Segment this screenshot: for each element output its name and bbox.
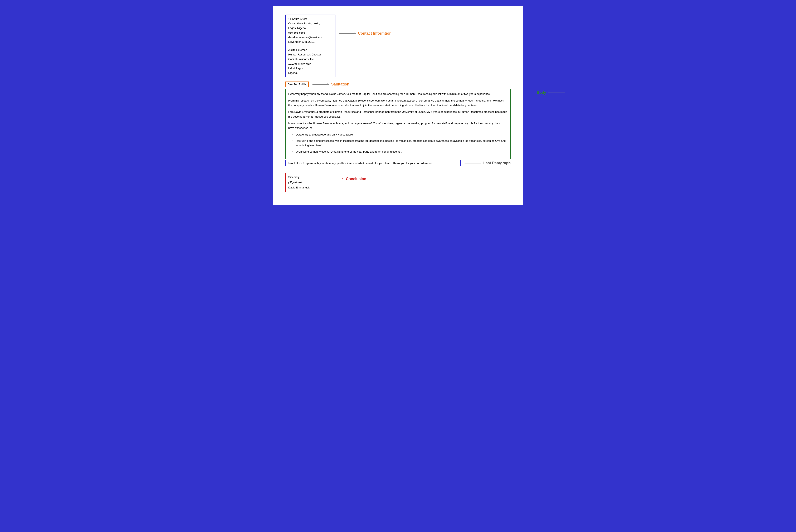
contact-line-4: 555-555-5555 [288,31,333,35]
contact-info-label: Contact Informtion [358,31,391,36]
salutation-wrapper: Dear Mr. Judith, Salutation [285,81,511,87]
salutation-text: Dear Mr. Judith, [288,83,307,86]
salutation-arrow [313,84,329,84]
body-para-3: I am David Emmanuel, a graduate of Human… [288,110,508,119]
body-para-2: From my research on the company, I learn… [288,98,508,108]
body-line [548,93,565,93]
recipient-line-6: Nigeria. [288,71,333,75]
conclusion-box: Sincerely, (Signature) David Emmanuel. [285,173,327,192]
last-paragraph-wrapper: I would love to speak with you about my … [285,160,511,166]
recipient-line-1: Judith Peterson [288,48,333,52]
body-outer-wrapper: Body I was very happy when my friend, Da… [285,89,511,159]
recipient-line-5: Lekki, Lagos, [288,66,333,71]
contact-info-box: 11 South Street Ocean View Estate, Lekki… [285,15,335,77]
conclusion-line-2: (Signature) [288,180,324,185]
conclusion-line-1: Sincerely, [288,175,324,180]
bullet-3: Organizing company event. (Organizing en… [293,150,508,154]
last-paragraph-box: I would love to speak with you about my … [285,160,461,166]
conclusion-wrapper: Sincerely, (Signature) David Emmanuel. C… [285,173,511,192]
last-paragraph-label-wrapper: Last Paragraph [465,161,511,165]
contact-line-6: November 13th, 2019. [288,40,333,44]
contact-arrow-line [339,33,356,34]
body-box: I was very happy when my friend, Daine J… [285,89,511,159]
bullet-2: Recruiting and hiring processes (which i… [293,139,508,148]
last-paragraph-label: Last Paragraph [483,161,511,165]
conclusion-label: Conclusion [346,177,366,181]
body-bullet-list: Data entry and data reporting on HRM sof… [293,132,508,154]
salutation-label-wrapper: Salutation [313,82,349,87]
contact-line-1: 11 South Street [288,17,333,21]
last-paragraph-text: I would love to speak with you about my … [288,162,433,165]
body-para-4: In my current as the Human Resources Man… [288,121,508,130]
contact-line-3: Lagos, Nigeria. [288,26,333,31]
conclusion-arrow [331,179,343,179]
letter-page: 11 South Street Ocean View Estate, Lekki… [273,6,523,205]
contact-info-section: 11 South Street Ocean View Estate, Lekki… [285,15,511,77]
recipient-line-4: 101 Admiralty Way [288,61,333,66]
salutation-label: Salutation [331,82,349,87]
contact-line-2: Ocean View Estate, Lekki, [288,21,333,26]
conclusion-label-wrapper: Conclusion [331,177,366,181]
contact-line-5: david.emmanuel@email.com [288,35,333,40]
body-label: Body [537,91,546,95]
body-para-1: I was very happy when my friend, Daine J… [288,92,508,96]
bullet-1: Data entry and data reporting on HRM sof… [293,132,508,137]
recipient-line-2: Human Resources Director [288,52,333,57]
body-label-right: Body [535,91,565,95]
contact-label-wrapper: Contact Informtion [339,31,391,36]
last-para-arrow [465,163,481,164]
recipient-line-3: Capital Solutions, Inc. [288,57,333,61]
salutation-box: Dear Mr. Judith, [285,81,309,87]
conclusion-line-3: David Emmanuel. [288,185,324,190]
